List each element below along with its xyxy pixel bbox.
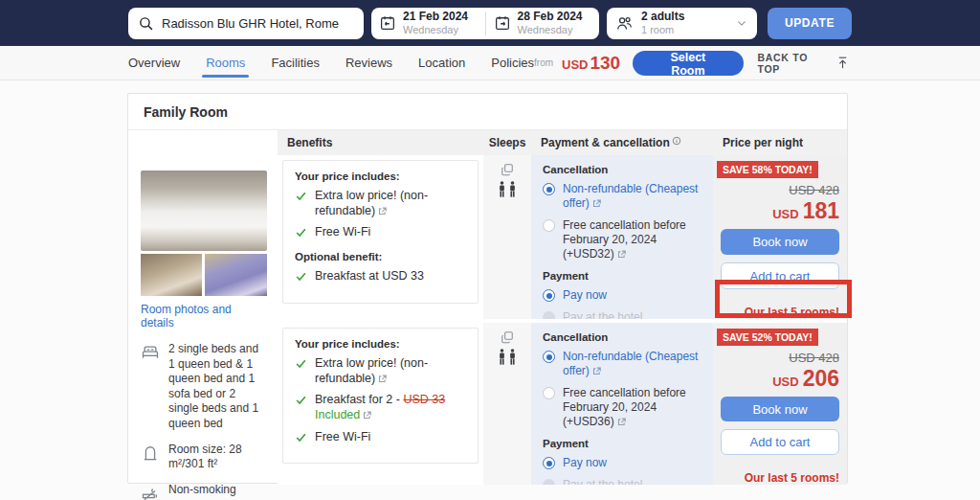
compare-icon[interactable] [501,330,514,344]
column-header-spacer [128,130,278,155]
search-icon [138,15,154,32]
benefit-extra-low-price: Extra low price! (non-refundable) [295,189,468,218]
radio-selected[interactable] [543,183,555,195]
back-to-top-icon [835,56,850,70]
room-card-family-room: Family Room Benefits Sleeps Payment & ca… [127,93,848,484]
offer-2-payment-cell: Cancellation Non-refundable (Cheapest of… [531,323,713,485]
tab-location[interactable]: Location [418,46,465,80]
detail-non-smoking: Non-smoking [141,483,267,500]
optional-benefit-title: Optional benefit: [295,251,468,262]
info-icon[interactable] [672,136,681,146]
back-to-top-button[interactable]: BACK TO TOP [758,52,851,75]
offer-1-sleeps-cell [483,155,531,319]
offer-2-sleeps-cell [483,323,531,485]
guests-icon [615,14,634,33]
column-header-payment: Payment & cancellation [531,130,713,155]
external-link-icon[interactable] [592,199,601,208]
external-link-icon[interactable] [378,207,387,216]
radio-disabled [543,311,555,319]
benefit-breakfast: Breakfast at USD 33 [295,269,468,284]
includes-title: Your price includes: [295,338,468,350]
add-to-cart-button[interactable]: Add to cart [721,429,839,455]
offer-2-benefits-cell: Your price includes: Extra low price! (n… [278,323,483,485]
rooms-list: Family Room Benefits Sleeps Payment & ca… [0,93,980,484]
radio-selected[interactable] [543,289,555,302]
cancellation-option-nonrefundable[interactable]: Non-refundable (Cheapest offer) [543,350,703,378]
check-icon [295,394,307,406]
check-icon [295,190,307,202]
checkout-day: Wednesday [518,24,583,36]
tab-rooms[interactable]: Rooms [206,46,245,80]
external-link-icon[interactable] [378,375,387,383]
check-icon [295,357,307,370]
guests-adults: 2 adults [641,11,727,24]
book-now-button[interactable]: Book now [721,397,839,421]
room-photo-thumb-1[interactable] [141,254,202,296]
person-icon [508,349,517,365]
room-photos-link[interactable]: Room photos and details [141,303,267,330]
radio-selected[interactable] [543,457,555,469]
external-link-icon[interactable] [617,418,626,426]
room-navbar: Overview Rooms Facilities Reviews Locati… [0,46,980,80]
payment-title: Payment [543,438,703,449]
column-header-benefits: Benefits [278,130,483,155]
update-button[interactable]: UPDATE [768,8,852,39]
external-link-icon[interactable] [363,411,371,420]
checkout-date: 28 Feb 2024 [518,11,583,24]
tab-overview[interactable]: Overview [128,46,180,80]
sleeps-occupancy-icons [498,181,517,197]
search-value: Radisson Blu GHR Hotel, Rome [162,16,339,31]
room-summary-column: Room photos and details 2 single beds an… [128,155,278,485]
cancellation-title: Cancellation [543,331,703,343]
check-icon [295,431,307,443]
search-input[interactable]: Radisson Blu GHR Hotel, Rome [128,8,364,39]
room-title: Family Room [128,94,847,130]
save-badge: SAVE 58% TODAY! [717,161,818,178]
offer-1-price-cell: SAVE 58% TODAY! USD 428 USD181 Book now … [713,155,847,319]
payment-option-pay-now[interactable]: Pay now [543,288,703,303]
detail-beds: 2 single beds and 1 queen bed & 1 queen … [141,342,267,432]
urgency-message: Our last 5 rooms! [717,471,839,485]
column-header-price: Price per night [713,130,847,155]
offer-1-payment-cell: Cancellation Non-refundable (Cheapest of… [531,155,713,319]
radio-unselected[interactable] [543,219,555,232]
dates-picker: 21 Feb 2024 Wednesday 28 Feb 2024 Wednes… [371,8,599,39]
radio-selected[interactable] [543,351,555,363]
compare-icon[interactable] [501,163,514,176]
radio-unselected[interactable] [543,387,555,399]
payment-option-pay-at-hotel: Pay at the hotel [543,478,703,485]
book-now-button[interactable]: Book now [721,229,839,255]
chevron-down-icon [735,16,748,30]
checkin-calendar-icon [379,14,396,32]
guests-selector[interactable]: 2 adults 1 room [607,8,757,39]
external-link-icon[interactable] [617,250,626,259]
tab-reviews[interactable]: Reviews [345,46,392,80]
room-photo-main[interactable] [141,170,267,251]
room-size-icon [141,443,160,463]
person-icon [498,349,506,365]
external-link-icon[interactable] [592,367,601,375]
cancellation-option-free[interactable]: Free cancellation before February 20, 20… [543,218,703,261]
cancellation-option-free[interactable]: Free cancellation before February 20, 20… [543,386,703,429]
guests-rooms: 1 room [641,24,727,36]
payment-option-pay-now[interactable]: Pay now [543,456,703,470]
sleeps-occupancy-icons [498,349,517,365]
select-room-button[interactable]: Select Room [633,51,743,76]
cancellation-option-nonrefundable[interactable]: Non-refundable (Cheapest offer) [543,182,703,211]
room-photo-thumb-2[interactable] [205,254,267,296]
bed-icon [141,343,160,362]
current-price: USD206 [717,366,839,392]
column-header-sleeps: Sleeps [483,130,531,155]
tab-facilities[interactable]: Facilities [271,46,320,80]
add-to-cart-button[interactable]: Add to cart [721,262,839,289]
checkout-field[interactable]: 28 Feb 2024 Wednesday [486,8,600,39]
from-label: from [534,57,553,68]
payment-title: Payment [543,270,703,282]
offer-1-benefits-cell: Your price includes: Extra low price! (n… [278,155,483,319]
detail-room-size: Room size: 28 m²/301 ft² [141,443,267,472]
benefit-free-wifi: Free Wi-Fi [295,225,468,240]
checkin-field[interactable]: 21 Feb 2024 Wednesday [371,8,485,39]
includes-title: Your price includes: [295,170,468,182]
radio-disabled [543,479,555,485]
tab-policies[interactable]: Policies [491,46,534,80]
